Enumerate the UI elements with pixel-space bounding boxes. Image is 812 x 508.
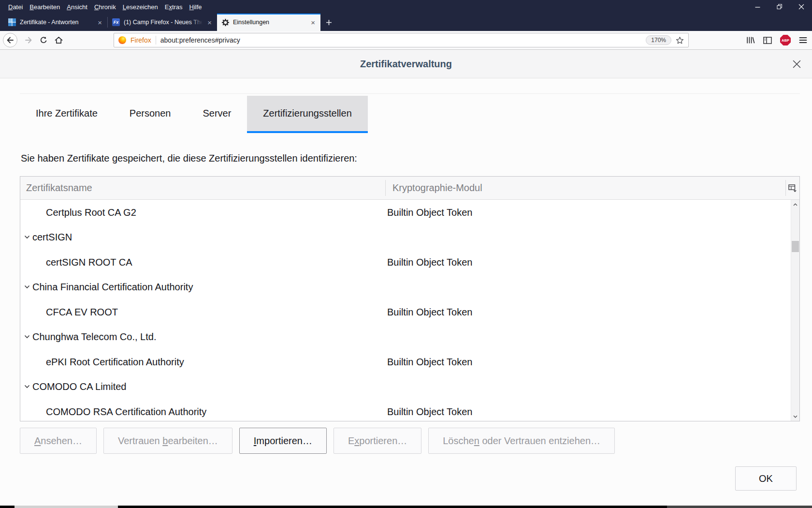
certificate-name: COMODO RSA Certification Authority <box>46 406 206 417</box>
tab-title: Einstellungen <box>233 19 306 26</box>
forward-icon[interactable] <box>25 36 32 44</box>
dialog-tab-zertifizierungsstellen[interactable]: Zertifizierungsstellen <box>247 96 367 131</box>
url-text[interactable]: about:preferences#privacy <box>160 36 642 44</box>
bottom-scrollbar[interactable] <box>0 506 812 508</box>
chevron-down-icon[interactable] <box>24 385 30 388</box>
certificate-name: Chunghwa Telecom Co., Ltd. <box>32 331 156 343</box>
certificate-name: certSIGN ROOT CA <box>46 256 132 268</box>
tree-row-china-financial-certification-authority[interactable]: China Financial Certification Authority <box>20 275 791 300</box>
tree-row-cfca-ev-root[interactable]: CFCA EV ROOTBuiltin Object Token <box>20 299 791 325</box>
menu-bar: DateiBearbeitenAnsichtChronikLesezeichen… <box>0 0 205 14</box>
tab-close-icon[interactable]: × <box>310 18 316 27</box>
urlbar-divider <box>156 36 156 45</box>
dialog-close-icon[interactable] <box>786 50 807 78</box>
bottom-scrollbar-thumb[interactable] <box>14 506 118 508</box>
dialog-tab-server[interactable]: Server <box>187 96 247 131</box>
sidebar-icon[interactable] <box>763 37 772 44</box>
column-divider <box>385 180 386 196</box>
certificate-name: China Financial Certification Authority <box>32 282 193 293</box>
ok-button[interactable]: OK <box>735 466 797 491</box>
importieren-button[interactable]: Importieren… <box>239 428 327 454</box>
chevron-down-icon[interactable] <box>24 235 30 239</box>
scrollbar-thumb[interactable] <box>792 241 799 252</box>
ansehen-button[interactable]: Ansehen… <box>20 428 97 454</box>
gear-icon <box>221 18 229 26</box>
tree-row-certplus-root-ca-g2[interactable]: Certplus Root CA G2Builtin Object Token <box>20 200 791 225</box>
tree-row-epki-root-certification-authority[interactable]: ePKI Root Certification AuthorityBuiltin… <box>20 349 791 374</box>
menubar-item-hilfe[interactable]: Hilfe <box>186 3 205 11</box>
home-icon[interactable] <box>55 36 63 44</box>
chevron-down-icon[interactable] <box>24 285 30 289</box>
bottom-strip-segment <box>667 506 812 508</box>
zoom-level-indicator[interactable]: 170% <box>646 35 671 45</box>
minimize-icon[interactable] <box>747 0 768 14</box>
tree-row-certsign-root-ca[interactable]: certSIGN ROOT CABuiltin Object Token <box>20 250 791 275</box>
certificate-name: Certplus Root CA G2 <box>46 207 136 218</box>
column-header-module[interactable]: Kryptographie-Modul <box>392 177 482 199</box>
tab-close-icon[interactable]: × <box>97 18 103 27</box>
crypto-module: Builtin Object Token <box>387 207 472 218</box>
action-buttons: Ansehen…Vertrauen bearbeiten…Importieren… <box>20 428 615 454</box>
tab-title: Zertifikate - Antworten <box>20 19 93 26</box>
tabs-top-rule <box>20 93 800 94</box>
certificate-name: ePKI Root Certification Authority <box>46 356 184 367</box>
menubar-item-extras[interactable]: Extras <box>161 3 186 11</box>
browser-tab-zertifikate-antworten[interactable]: Zertifikate - Antworten× <box>4 14 107 31</box>
star-icon[interactable] <box>676 36 684 45</box>
vertrauen-bearbeiten-button[interactable]: Vertrauen bearbeiten… <box>103 428 232 454</box>
dialog-tab-ihre-zertifikate[interactable]: Ihre Zertifikate <box>20 96 114 131</box>
search-engine-label: Firefox <box>130 36 151 44</box>
navigation-toolbar: Firefox about:preferences#privacy 170% A… <box>0 31 812 50</box>
vertical-scrollbar[interactable] <box>791 200 799 421</box>
new-tab-icon[interactable] <box>320 14 337 31</box>
tree-row-comodo-rsa-certification-authority[interactable]: COMODO RSA Certification AuthorityBuilti… <box>20 399 791 421</box>
menubar-item-bearbeiten[interactable]: Bearbeiten <box>26 3 63 11</box>
crypto-module: Builtin Object Token <box>387 356 472 367</box>
scroll-down-icon[interactable] <box>791 412 799 420</box>
tree-row-chunghwa-telecom-co-ltd[interactable]: Chunghwa Telecom Co., Ltd. <box>20 325 791 350</box>
tree-row-certsign[interactable]: certSIGN <box>20 225 791 250</box>
column-picker-icon[interactable] <box>786 177 799 199</box>
crypto-module: Builtin Object Token <box>387 406 472 417</box>
chevron-down-icon[interactable] <box>24 335 30 339</box>
menubar-item-datei[interactable]: Datei <box>5 3 26 11</box>
toolbar-right-icons: ABP <box>746 31 812 49</box>
tree-header: Zertifikatsname Kryptographie-Modul <box>20 177 799 200</box>
restore-icon[interactable] <box>768 0 790 14</box>
crypto-module: Builtin Object Token <box>387 256 472 268</box>
back-icon[interactable] <box>3 33 17 47</box>
url-bar[interactable]: Firefox about:preferences#privacy 170% <box>114 33 689 47</box>
column-header-name[interactable]: Zertifikatsname <box>26 177 92 199</box>
tree-row-comodo-ca-limited[interactable]: COMODO CA Limited <box>20 374 791 400</box>
tab-strip: Zertifikate - Antworten×Fx(1) Camp Firef… <box>0 14 812 31</box>
adblock-plus-icon[interactable]: ABP <box>780 35 791 45</box>
close-icon[interactable] <box>790 0 812 14</box>
dialog-header: Zertifikatverwaltung <box>0 50 812 78</box>
browser-tab-einstellungen[interactable]: Einstellungen× <box>217 14 320 31</box>
nav-buttons <box>0 31 63 49</box>
firefox-icon <box>118 36 126 44</box>
reload-icon[interactable] <box>40 36 47 44</box>
dialog-tab-personen[interactable]: Personen <box>114 96 187 131</box>
scroll-up-icon[interactable] <box>791 200 799 209</box>
menubar-item-chronik[interactable]: Chronik <box>91 3 119 11</box>
library-icon[interactable] <box>746 36 755 44</box>
certificate-name: CFCA EV ROOT <box>46 306 118 317</box>
tab-close-icon[interactable]: × <box>206 18 213 27</box>
intro-text: Sie haben Zertifikate gespeichert, die d… <box>21 153 357 164</box>
tab-title: (1) Camp Firefox - Neues Them <box>124 19 203 26</box>
dialog-tabs: Ihre ZertifikatePersonenServerZertifizie… <box>20 96 368 131</box>
browser-tab-1-camp-firefox-neues-them[interactable]: Fx(1) Camp Firefox - Neues Them× <box>108 14 217 31</box>
certificate-name: COMODO CA Limited <box>32 381 126 392</box>
tree-body: Certplus Root CA G2Builtin Object Tokenc… <box>20 200 791 421</box>
title-bar: DateiBearbeitenAnsichtChronikLesezeichen… <box>0 0 812 31</box>
loschen-oder-vertrauen-entziehen-button[interactable]: Löschen oder Vertrauen entziehen… <box>428 428 615 454</box>
window-controls <box>747 0 812 14</box>
certificate-name: certSIGN <box>32 232 72 243</box>
exportieren-button[interactable]: Exportieren… <box>334 428 421 454</box>
fx-site-icon: Fx <box>112 18 120 26</box>
menubar-item-lesezeichen[interactable]: Lesezeichen <box>119 3 161 11</box>
menu-icon[interactable] <box>799 37 807 44</box>
certificate-site-icon <box>8 18 16 26</box>
menubar-item-ansicht[interactable]: Ansicht <box>63 3 91 11</box>
